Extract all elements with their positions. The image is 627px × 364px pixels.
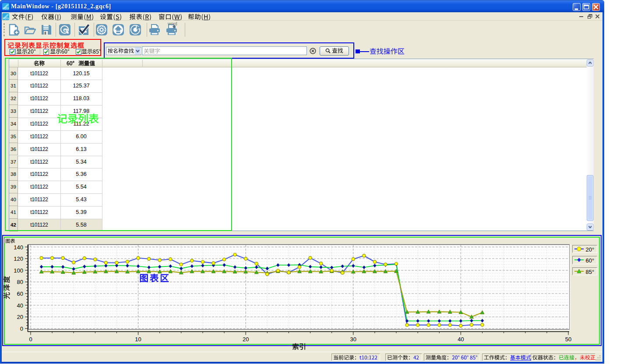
svg-text:0: 0 xyxy=(29,336,32,343)
svg-text:140: 140 xyxy=(14,244,23,251)
svg-text:G: G xyxy=(63,27,67,33)
svg-text:GQC6: GQC6 xyxy=(3,17,9,20)
svg-text:120: 120 xyxy=(14,256,23,262)
svg-text:GQC6: GQC6 xyxy=(3,7,9,10)
svg-text:10: 10 xyxy=(135,336,141,343)
svg-text:40: 40 xyxy=(458,336,464,343)
svg-text:20: 20 xyxy=(243,336,249,343)
svg-text:50: 50 xyxy=(565,336,571,343)
svg-text:30: 30 xyxy=(350,336,356,343)
svg-text:0: 0 xyxy=(20,326,23,332)
svg-text:20: 20 xyxy=(17,314,23,320)
svg-text:100: 100 xyxy=(14,267,23,274)
svg-text:40: 40 xyxy=(17,302,23,309)
